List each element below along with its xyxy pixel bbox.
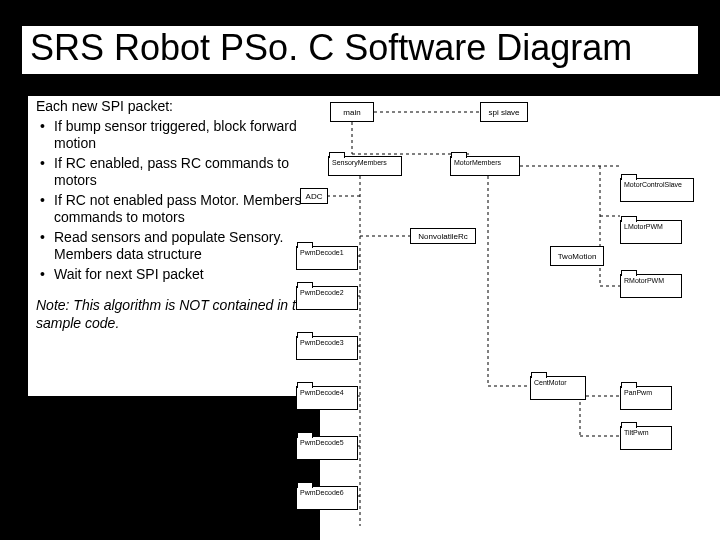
note-text: Note: This algorithm is NOT contained in… [36,297,314,332]
list-item: If RC not enabled pass Motor. Members co… [36,192,314,227]
folder-pwmdecode3: PwmDecode3 [296,336,358,360]
folder-pwmdecode5: PwmDecode5 [296,436,358,460]
list-item: Read sensors and populate Sensory. Membe… [36,229,314,264]
folder-pwmdecode2: PwmDecode2 [296,286,358,310]
box-spi-slave: spi slave [480,102,528,122]
folder-sensory: SensoryMembers [328,156,402,176]
folder-pwmdecode4: PwmDecode4 [296,386,358,410]
folder-label: MotorMembers [454,159,516,166]
box-main: main [330,102,374,122]
folder-panpwm: PanPwm [620,386,672,410]
folder-pwmdecode1: PwmDecode1 [296,246,358,270]
folder-lmotorpwm: LMotorPWM [620,220,682,244]
bullet-list: If bump sensor triggered, block forward … [36,118,314,284]
folder-label: PwmDecode3 [300,339,354,346]
slide-title: SRS Robot PSo. C Software Diagram [28,28,692,68]
folder-label: MotorControlSlave [624,181,690,188]
folder-label: LMotorPWM [624,223,678,230]
folder-motorcontrolslave: MotorControlSlave [620,178,694,202]
folder-label: PwmDecode6 [300,489,354,496]
body-text: Each new SPI packet: If bump sensor trig… [36,98,314,332]
folder-label: PwmDecode2 [300,289,354,296]
folder-label: PwmDecode4 [300,389,354,396]
folder-label: PanPwm [624,389,668,396]
intro-text: Each new SPI packet: [36,98,314,116]
list-item: If RC enabled, pass RC commands to motor… [36,155,314,190]
folder-label: CentMotor [534,379,582,386]
software-diagram: main spi slave SensoryMembers MotorMembe… [320,96,720,540]
folder-rmotorpwm: RMotorPWM [620,274,682,298]
folder-label: SensoryMembers [332,159,398,166]
folder-label: PwmDecode1 [300,249,354,256]
slide: SRS Robot PSo. C Software Diagram Each n… [0,0,720,540]
list-item: Wait for next SPI packet [36,266,314,284]
folder-pwmdecode6: PwmDecode6 [296,486,358,510]
folder-label: TiltPwm [624,429,668,436]
folder-label: PwmDecode5 [300,439,354,446]
folder-centmotor: CentMotor [530,376,586,400]
list-item: If bump sensor triggered, block forward … [36,118,314,153]
folder-motor: MotorMembers [450,156,520,176]
folder-label: RMotorPWM [624,277,678,284]
folder-tiltpwm: TiltPwm [620,426,672,450]
box-adc: ADC [300,188,328,204]
box-twomotion: TwoMotion [550,246,604,266]
box-nonvolatile: NonvolatileRc [410,228,476,244]
